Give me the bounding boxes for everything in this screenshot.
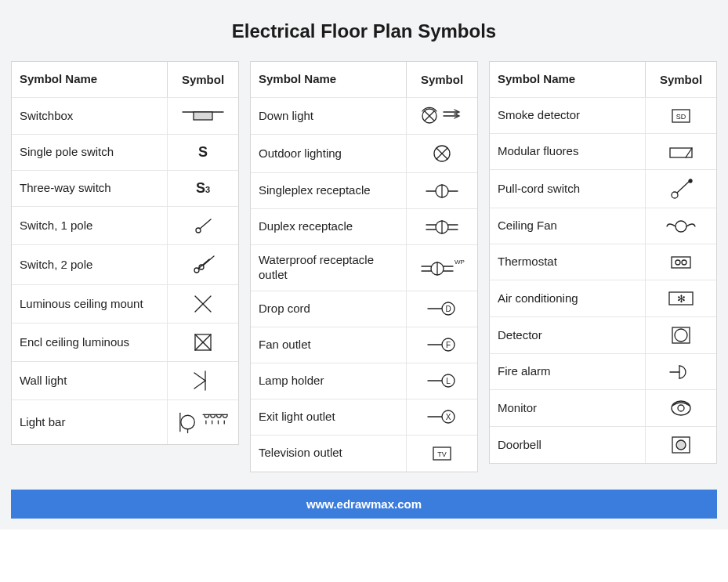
symbol-name: Switchbox (12, 98, 168, 134)
symbol-name: Encl ceiling luminous (12, 324, 168, 361)
table-row: Drop cordD (251, 291, 477, 327)
detector-icon (646, 317, 716, 353)
sd-icon: SD (646, 98, 716, 133)
symbol-name: Air conditioning (490, 280, 646, 316)
lightbar-icon (168, 400, 238, 444)
table-row: Smoke detectorSD (490, 98, 716, 134)
footer-url: www.edrawmax.com (11, 490, 717, 519)
column-header-name: Symbol Name (490, 62, 646, 97)
tv-icon: TV (407, 436, 477, 472)
svg-point-72 (675, 329, 687, 342)
table-row: Luminous ceiling mount (12, 285, 238, 324)
symbol-name: Wall light (12, 362, 168, 399)
switch2p-icon (168, 245, 238, 284)
symbol-name: Down light (251, 98, 407, 134)
table-row: Outdoor lighting (251, 135, 477, 173)
s3-icon: S3 (168, 171, 238, 206)
symbol-name: Lamp holder (251, 363, 407, 399)
table-row: Fire alarm (490, 354, 716, 390)
svg-rect-1 (194, 112, 212, 120)
column-header-name: Symbol Name (251, 62, 407, 97)
svg-point-65 (675, 221, 686, 232)
symbols-table: Symbol Name SymbolSmoke detectorSDModula… (489, 61, 717, 464)
svg-line-15 (194, 381, 205, 389)
boxedx-icon (168, 324, 238, 361)
switchbox-icon (168, 98, 238, 134)
firealarm-icon (646, 354, 716, 389)
circlex-icon (407, 135, 477, 172)
svg-text:SD: SD (676, 113, 686, 121)
column-header-name: Symbol Name (12, 62, 168, 97)
svg-point-75 (672, 401, 690, 415)
svg-text:✻: ✻ (677, 293, 686, 305)
symbol-name: Outdoor lighting (251, 135, 407, 172)
letL-icon: L (407, 363, 477, 399)
letX-icon: X (407, 399, 477, 435)
svg-point-78 (676, 440, 686, 450)
monitor-icon (646, 390, 716, 426)
svg-line-7 (203, 256, 214, 266)
symbol-name: Three-way switch (12, 171, 168, 206)
table-row: Lamp holderL (251, 363, 477, 399)
ceilfan-icon (646, 208, 716, 244)
symbol-name: Ceiling Fan (490, 208, 646, 244)
table-row: Duplex receptacle (251, 209, 477, 245)
column-header-symbol: Symbol (168, 62, 238, 97)
table-row: Thermostat (490, 244, 716, 280)
symbols-table: Symbol Name SymbolSwitchboxSingle pole s… (11, 61, 239, 445)
walllight-icon (168, 362, 238, 399)
table-row: Switchbox (12, 98, 238, 135)
symbol-name: Singleplex receptacle (251, 173, 407, 208)
svg-line-63 (677, 182, 689, 193)
svg-text:TV: TV (437, 450, 447, 458)
table-row: Waterproof receptacle outletWP (251, 245, 477, 291)
table-header: Symbol Name Symbol (251, 62, 477, 98)
table-row: Modular fluores (490, 134, 716, 170)
table-row: Three-way switchS3 (12, 171, 238, 207)
symbols-table: Symbol Name SymbolDown light Outdoor lig… (250, 61, 478, 472)
table-row: Light bar (12, 400, 238, 444)
symbol-name: Doorbell (490, 427, 646, 463)
table-row: Singleplex receptacle (251, 173, 477, 209)
symbol-name: Smoke detector (490, 98, 646, 133)
table-row: Television outletTV (251, 436, 477, 472)
table-header: Symbol Name Symbol (12, 62, 238, 98)
svg-text:X: X (446, 413, 451, 421)
symbol-name: Television outlet (251, 436, 407, 472)
table-row: Ceiling Fan (490, 208, 716, 244)
table-header: Symbol Name Symbol (490, 62, 716, 98)
ac-icon: ✻ (646, 280, 716, 316)
symbol-name: Waterproof receptacle outlet (251, 245, 407, 291)
column-header-symbol: Symbol (407, 62, 477, 97)
symbol-name: Pull-cord switch (490, 170, 646, 208)
symbol-name: Exit light outlet (251, 399, 407, 435)
symbol-name: Single pole switch (12, 135, 168, 170)
table-row: Monitor (490, 390, 716, 427)
table-row: Detector (490, 317, 716, 354)
svg-point-67 (675, 260, 680, 265)
symbol-name: Luminous ceiling mount (12, 285, 168, 323)
table-row: Pull-cord switch (490, 170, 716, 208)
doorbell-icon (646, 427, 716, 463)
table-row: Fan outletF (251, 327, 477, 363)
svg-point-68 (682, 260, 686, 265)
table-row: Single pole switchS (12, 135, 238, 171)
table-row: Doorbell (490, 427, 716, 463)
table-row: Switch, 2 pole (12, 245, 238, 285)
s-icon: S (168, 135, 238, 170)
symbol-name: Duplex receptacle (251, 209, 407, 244)
svg-line-3 (200, 219, 211, 229)
table-row: Down light (251, 98, 477, 135)
page-title: Electrical Floor Plan Symbols (11, 20, 717, 42)
letD-icon: D (407, 291, 477, 327)
svg-text:D: D (445, 305, 451, 313)
svg-text:F: F (446, 341, 451, 349)
symbol-name: Switch, 1 pole (12, 207, 168, 244)
symbol-name: Modular fluores (490, 134, 646, 169)
thermo-icon (646, 244, 716, 280)
svg-line-14 (194, 373, 205, 381)
table-row: Exit light outletX (251, 399, 477, 436)
symbol-name: Fire alarm (490, 354, 646, 389)
downlight-icon (407, 98, 477, 134)
pullcord-icon (646, 170, 716, 208)
